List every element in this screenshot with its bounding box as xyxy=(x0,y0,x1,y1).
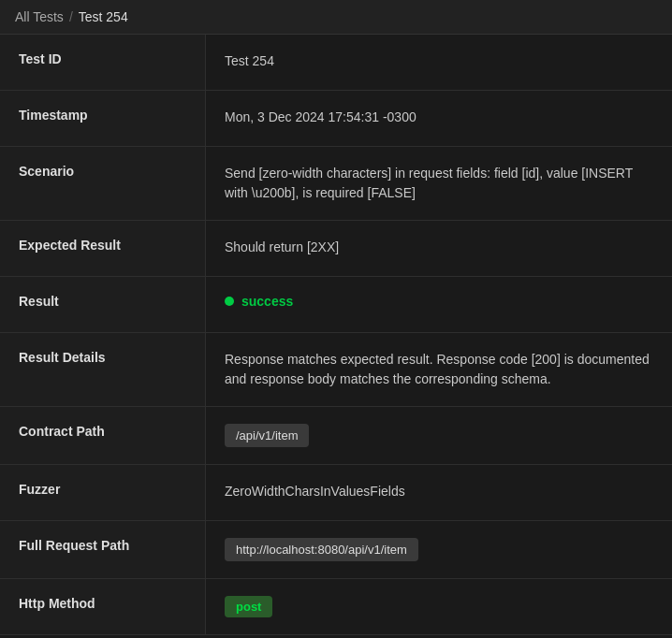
row-label: Expected Result xyxy=(0,221,206,276)
row-label: Http Method xyxy=(0,579,206,634)
path-badge: /api/v1/item xyxy=(225,424,309,447)
table-row: ScenarioSend [zero-width characters] in … xyxy=(0,147,672,221)
row-label: Fuzzer xyxy=(0,465,206,520)
table-row: Expected ResultShould return [2XX] xyxy=(0,221,672,277)
table-row: Full Request Pathhttp://localhost:8080/a… xyxy=(0,521,672,579)
row-value: post xyxy=(206,579,672,634)
breadcrumb-bar: All Tests / Test 254 xyxy=(0,0,672,35)
table-row: FuzzerZeroWidthCharsInValuesFields xyxy=(0,465,672,521)
row-value: Mon, 3 Dec 2024 17:54:31 -0300 xyxy=(206,91,672,146)
row-value: ZeroWidthCharsInValuesFields xyxy=(206,465,672,520)
row-value: /api/v1/item xyxy=(206,407,672,464)
table-row: Http Methodpost xyxy=(0,579,672,635)
breadcrumb-separator: / xyxy=(69,9,73,24)
row-value: Test 254 xyxy=(206,35,672,90)
row-value: http://localhost:8080/api/v1/item xyxy=(206,521,672,578)
row-value: Should return [2XX] xyxy=(206,221,672,276)
table-row: Test IDTest 254 xyxy=(0,35,672,91)
row-label: Contract Path xyxy=(0,407,206,464)
content-area: Test IDTest 254TimestampMon, 3 Dec 2024 … xyxy=(0,35,672,635)
row-label: Result Details xyxy=(0,333,206,406)
status-badge: success xyxy=(225,294,293,309)
row-label: Timestamp xyxy=(0,91,206,146)
row-label: Test ID xyxy=(0,35,206,90)
status-text: success xyxy=(241,294,293,309)
path-badge: http://localhost:8080/api/v1/item xyxy=(225,538,418,561)
table-row: Contract Path/api/v1/item xyxy=(0,407,672,465)
row-value: success xyxy=(206,277,672,332)
row-value: Send [zero-width characters] in request … xyxy=(206,147,672,220)
row-value: Response matches expected result. Respon… xyxy=(206,333,672,406)
row-label: Result xyxy=(0,277,206,332)
table-row: Result DetailsResponse matches expected … xyxy=(0,333,672,407)
status-dot xyxy=(225,297,234,306)
breadcrumb-current: Test 254 xyxy=(79,9,128,24)
table-row: TimestampMon, 3 Dec 2024 17:54:31 -0300 xyxy=(0,91,672,147)
row-label: Scenario xyxy=(0,147,206,220)
row-label: Full Request Path xyxy=(0,521,206,578)
table-row: Resultsuccess xyxy=(0,277,672,333)
method-badge: post xyxy=(225,596,272,617)
breadcrumb-all-tests[interactable]: All Tests xyxy=(15,9,64,24)
